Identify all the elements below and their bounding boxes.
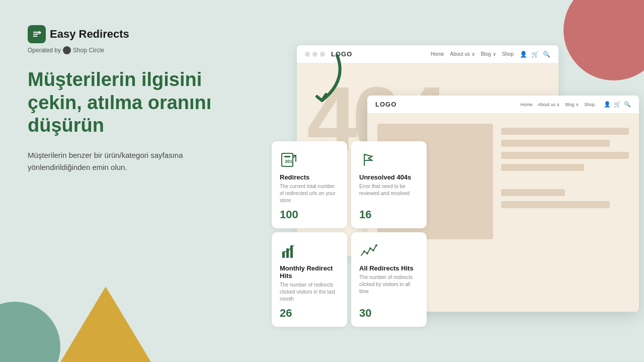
stat-card-unresolved: Unresolved 404s Error that need to be re… <box>351 141 427 228</box>
stat-title-all-hits: All Redirects Hits <box>359 264 414 272</box>
stat-desc-monthly: The number of redirects clicked visitors… <box>280 282 339 303</box>
stats-grid: 301 Redirects The current total number o… <box>272 141 427 327</box>
stat-title-unresolved: Unresolved 404s <box>359 173 411 181</box>
svg-text:301: 301 <box>285 159 292 164</box>
svg-point-10 <box>375 244 377 246</box>
redirect-icon: 301 <box>280 150 299 169</box>
stat-card-monthly: Monthly Redirect Hits The number of redi… <box>272 232 347 327</box>
browser-bg-nav: Home About us ∨ Blog ∨ Shop <box>431 51 514 57</box>
svg-point-9 <box>372 249 374 251</box>
main-headline: Müşterilerin ilgisini çekin, atılma oran… <box>28 68 219 137</box>
browser-topbar-fg: LOGO Home About us ∨ Blog ∨ Shop 👤 🛒 🔍 <box>367 96 639 114</box>
stat-number-redirects: 100 <box>280 208 298 221</box>
svg-point-8 <box>369 247 371 249</box>
browser-bg-icons: 👤 🛒 🔍 <box>520 51 550 58</box>
main-description: Müşterilerin benzer bir ürün/kategori sa… <box>28 149 189 173</box>
decorative-yellow-triangle <box>60 287 151 362</box>
stat-title-monthly: Monthly Redirect Hits <box>280 264 339 280</box>
shop-circle-icon <box>63 46 71 54</box>
operated-by-label: Operated by Shop Circle <box>28 46 219 54</box>
decorative-teal-circle <box>0 302 60 362</box>
browser-fg-icons: 👤 🛒 🔍 <box>604 101 631 108</box>
svg-point-7 <box>366 252 368 254</box>
line-chart-icon <box>359 241 378 260</box>
user-icon: 👤 <box>520 51 527 58</box>
left-panel: Easy Redirects Operated by Shop Circle M… <box>28 25 219 173</box>
browser-fg-logo: LOGO <box>375 101 396 108</box>
svg-rect-4 <box>286 248 289 258</box>
text-line-3 <box>501 152 629 159</box>
right-panel: LOGO Home About us ∨ Blog ∨ Shop 👤 🛒 🔍 4… <box>282 45 644 337</box>
svg-point-6 <box>363 250 365 252</box>
stat-number-unresolved: 16 <box>359 208 371 221</box>
text-line-5 <box>501 189 565 196</box>
app-logo-icon <box>28 25 46 43</box>
stat-card-redirects: 301 Redirects The current total number o… <box>272 141 347 228</box>
green-arrow <box>282 50 347 111</box>
text-line-2 <box>501 140 610 147</box>
stat-number-all-hits: 30 <box>359 307 371 320</box>
text-line-1 <box>501 128 629 135</box>
text-line-4 <box>501 164 584 171</box>
stat-desc-all-hits: The number of redirects clicked by visit… <box>359 274 419 303</box>
stat-number-monthly: 26 <box>280 307 292 320</box>
search-icon: 🔍 <box>543 51 550 58</box>
text-line-6 <box>501 201 610 208</box>
fg-user-icon: 👤 <box>604 101 611 108</box>
svg-rect-1 <box>284 156 290 157</box>
stat-desc-redirects: The current total number of redirected u… <box>280 183 339 204</box>
stat-title-redirects: Redirects <box>280 173 309 181</box>
browser-fg-nav: Home About us ∨ Blog ∨ Shop <box>520 102 595 107</box>
logo-area: Easy Redirects <box>28 25 219 43</box>
flag-icon <box>359 150 378 169</box>
app-logo-text: Easy Redirects <box>50 28 129 41</box>
chart-bar-icon <box>280 241 299 260</box>
cart-icon: 🛒 <box>531 51 539 58</box>
fg-search-icon: 🔍 <box>624 101 631 108</box>
stat-desc-unresolved: Error that need to be reviewed and resol… <box>359 183 419 204</box>
stat-card-all-hits: All Redirects Hits The number of redirec… <box>351 232 427 327</box>
fg-cart-icon: 🛒 <box>614 101 621 108</box>
product-text-area <box>501 124 629 302</box>
